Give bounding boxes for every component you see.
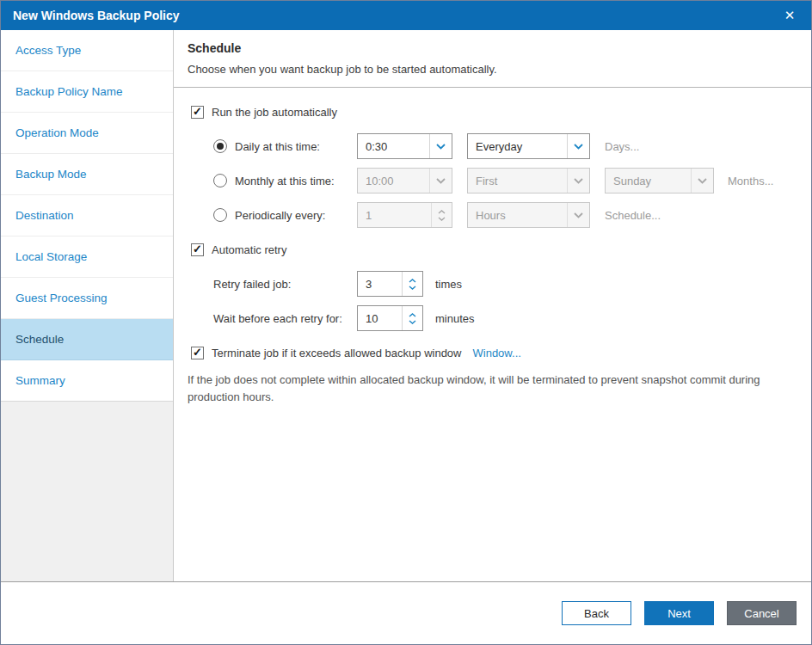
schedule-step-content: Schedule Choose when you want backup job… (174, 30, 811, 581)
monthly-row: Monthly at this time: 10:00 First (191, 163, 811, 198)
wizard-steps-sidebar: Access Type Backup Policy Name Operation… (1, 30, 174, 581)
window-link[interactable]: Window... (473, 347, 521, 359)
automatic-retry-row: ✓ Automatic retry (191, 232, 811, 267)
run-automatically-label: Run the job automatically (212, 106, 337, 119)
chevron-down-icon (567, 134, 589, 158)
chevron-down-icon (429, 169, 452, 193)
sidebar-item-destination[interactable]: Destination (1, 195, 173, 236)
daily-row: Daily at this time: 0:30 Everyday (191, 129, 811, 163)
sidebar-item-summary[interactable]: Summary (1, 360, 173, 402)
wait-minutes-spinner[interactable]: 10 (357, 305, 423, 331)
automatic-retry-checkbox[interactable]: ✓ (191, 243, 204, 256)
monthly-radio[interactable] (213, 174, 227, 187)
sidebar-item-backup-policy-name[interactable]: Backup Policy Name (1, 71, 173, 113)
daily-frequency-select[interactable]: Everyday (467, 133, 590, 159)
wait-retry-row: Wait before each retry for: 10 minutes (191, 301, 811, 335)
schedule-link: Schedule... (605, 209, 661, 222)
sidebar-item-schedule[interactable]: Schedule (1, 319, 173, 360)
periodically-radio[interactable] (213, 208, 227, 222)
sidebar-item-guest-processing[interactable]: Guest Processing (1, 278, 173, 319)
close-icon[interactable]: ✕ (780, 6, 799, 25)
periodically-row: Periodically every: 1 Hours (191, 198, 811, 232)
days-link: Days... (605, 140, 639, 153)
cancel-button[interactable]: Cancel (727, 601, 797, 625)
spinner-up-icon (438, 210, 446, 214)
terminate-note: If the job does not complete within allo… (188, 372, 764, 406)
titlebar: New Windows Backup Policy ✕ (1, 1, 811, 30)
daily-radio[interactable] (213, 139, 227, 153)
terminate-label: Terminate job if it exceeds allowed back… (212, 347, 462, 359)
retry-failed-row: Retry failed job: 3 times (191, 267, 811, 301)
page-subtitle: Choose when you want backup job to be st… (188, 63, 796, 76)
spinner-down-icon (409, 320, 416, 324)
spinner-down-icon (438, 217, 446, 221)
wizard-footer: Back Next Cancel (1, 581, 811, 644)
monthly-week-select: First (467, 168, 590, 194)
window-title: New Windows Backup Policy (13, 9, 180, 22)
spinner-up-icon (409, 279, 416, 283)
periodically-label: Periodically every: (235, 209, 326, 222)
sidebar-item-local-storage[interactable]: Local Storage (1, 236, 173, 278)
chevron-down-icon (691, 169, 713, 193)
new-windows-backup-policy-wizard: New Windows Backup Policy ✕ Access Type … (0, 0, 812, 645)
next-button[interactable]: Next (644, 601, 714, 625)
monthly-weekday-select: Sunday (605, 168, 714, 194)
sidebar-filler (1, 402, 173, 581)
sidebar-item-access-type[interactable]: Access Type (1, 30, 173, 71)
run-automatically-checkbox[interactable]: ✓ (191, 106, 204, 119)
spinner-up-icon (409, 313, 416, 317)
times-suffix: times (435, 278, 462, 291)
automatic-retry-label: Automatic retry (212, 243, 286, 256)
run-automatically-row: ✓ Run the job automatically (191, 95, 811, 129)
chevron-down-icon (429, 134, 452, 158)
chevron-down-icon (567, 203, 589, 227)
chevron-down-icon (567, 169, 589, 193)
daily-time-select[interactable]: 0:30 (357, 133, 452, 159)
monthly-time-select: 10:00 (357, 168, 452, 194)
back-button[interactable]: Back (562, 601, 631, 625)
daily-label: Daily at this time: (235, 140, 320, 153)
months-link: Months... (728, 175, 773, 187)
wait-retry-label: Wait before each retry for: (213, 312, 342, 325)
sidebar-item-backup-mode[interactable]: Backup Mode (1, 154, 173, 195)
terminate-row: ✓ Terminate job if it exceeds allowed ba… (191, 335, 811, 370)
page-title: Schedule (188, 41, 796, 55)
sidebar-item-operation-mode[interactable]: Operation Mode (1, 113, 173, 154)
check-icon: ✓ (193, 347, 202, 358)
minutes-suffix: minutes (435, 312, 475, 325)
retry-failed-label: Retry failed job: (213, 278, 291, 291)
check-icon: ✓ (193, 106, 202, 117)
retry-count-spinner[interactable]: 3 (357, 271, 423, 297)
spinner-down-icon (409, 286, 416, 290)
monthly-label: Monthly at this time: (235, 175, 335, 187)
terminate-checkbox[interactable]: ✓ (191, 347, 204, 359)
check-icon: ✓ (193, 243, 202, 255)
periodically-unit-select: Hours (467, 202, 590, 228)
periodically-interval-spinner: 1 (357, 202, 452, 228)
